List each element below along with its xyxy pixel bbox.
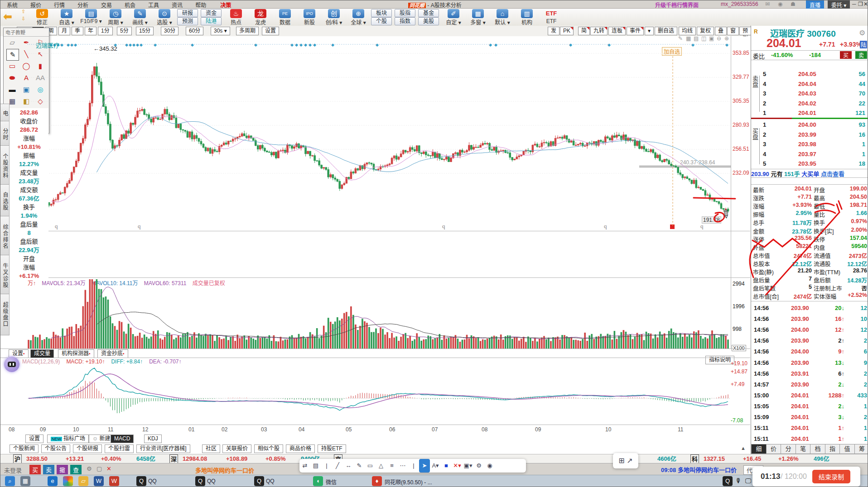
menu-item[interactable]: 行情 bbox=[48, 0, 71, 9]
taskview-icon[interactable]: ▦ bbox=[20, 476, 30, 486]
order-row[interactable]: 5204.0556 bbox=[751, 69, 868, 79]
panel-tab-值[interactable]: 值 bbox=[839, 444, 855, 454]
gear-icon[interactable]: ⚙ bbox=[87, 465, 92, 472]
tick-row[interactable]: 14:57203.902↓2 bbox=[751, 379, 868, 390]
toolbar-button-资金[interactable]: 资金 bbox=[201, 9, 222, 17]
chart-tool-tab-均线[interactable]: 均线 bbox=[679, 27, 696, 35]
period-tab-1分[interactable]: 1分 bbox=[98, 27, 113, 35]
menu-item[interactable]: 系统 bbox=[0, 0, 24, 9]
toolbar-button-新股[interactable]: IPO新股 bbox=[298, 9, 321, 25]
assistant-robot-icon[interactable] bbox=[4, 357, 19, 372]
word-icon[interactable]: W bbox=[94, 476, 104, 486]
order-row[interactable]: 5203.9518 bbox=[751, 159, 868, 168]
period-tab-60分[interactable]: 60分 bbox=[186, 27, 203, 35]
trade-button-查[interactable]: 查 bbox=[70, 465, 82, 474]
toolbar-button-指数[interactable]: 指数 bbox=[395, 17, 415, 25]
period-tab-30分[interactable]: 30分 bbox=[161, 27, 178, 35]
triangle-icon[interactable]: △ bbox=[376, 459, 386, 473]
menu-item[interactable]: 工具 bbox=[142, 0, 165, 9]
back-button[interactable]: ⬅ bbox=[3, 10, 12, 23]
sidebar-tab-超级盘口[interactable]: 超级盘口 bbox=[0, 294, 10, 335]
toolbar-button-自选[interactable]: ★自选 ▾ bbox=[55, 9, 78, 25]
bell-icon[interactable]: ◉ bbox=[778, 1, 782, 7]
order-row[interactable]: 2204.0222 bbox=[751, 99, 868, 108]
share-icon[interactable]: ↗ bbox=[627, 457, 632, 464]
weituo-button[interactable]: 委托 ▾ bbox=[828, 0, 850, 9]
menu-item[interactable]: 交易 bbox=[95, 0, 118, 9]
monitor-icon[interactable]: ▢ bbox=[96, 465, 102, 472]
order-row[interactable]: 4203.971 bbox=[751, 149, 868, 159]
mic-icon[interactable]: 🎙 bbox=[735, 477, 742, 484]
toolbar-button-热点[interactable]: ♨热点 bbox=[224, 9, 248, 25]
toolbar-button-陆港[interactable]: 陆港 bbox=[201, 17, 222, 25]
sell-button[interactable]: 卖 bbox=[855, 51, 867, 59]
rect-icon[interactable]: ▭ bbox=[365, 459, 376, 473]
quick-tab-连板[interactable]: 连板 bbox=[608, 27, 626, 35]
toolbar-button-研报[interactable]: 研报 bbox=[177, 9, 198, 17]
toolbar-button-画线[interactable]: ✎画线 ▾ bbox=[128, 9, 152, 25]
order-row[interactable]: 2203.9916 bbox=[751, 130, 868, 139]
menu-item[interactable]: 机会 bbox=[118, 0, 142, 9]
toolbar-button-多窗[interactable]: ▦多窗 ▾ bbox=[466, 9, 490, 25]
tick-row[interactable]: 15:11204.011↑1 bbox=[751, 423, 868, 434]
quick-tab-more[interactable]: ▾ bbox=[645, 27, 654, 35]
toolbar-button-板块[interactable]: 板块 bbox=[371, 9, 392, 17]
panel-tab-价[interactable]: 价 bbox=[766, 444, 781, 454]
tick-row[interactable]: 14:56204.009↑6 bbox=[751, 346, 868, 357]
eye-icon[interactable]: ◉ bbox=[484, 459, 495, 473]
palette-title[interactable]: 电子教鞭 bbox=[4, 28, 49, 37]
tick-row[interactable]: 14:56203.9013↓9 bbox=[751, 358, 868, 368]
trade-button-买[interactable]: 买 bbox=[29, 465, 41, 474]
stop-record-button[interactable]: 结束录制 bbox=[812, 470, 850, 483]
order-row[interactable]: 3204.0370 bbox=[751, 89, 868, 98]
sidebar-tab-分时[interactable]: 分时 bbox=[0, 121, 10, 148]
panel-tab-细[interactable]: 细 bbox=[751, 444, 767, 454]
period-tab-15分[interactable]: 15分 bbox=[136, 27, 154, 35]
order-row[interactable]: 3203.981 bbox=[751, 139, 868, 149]
live-button[interactable]: 直播 bbox=[806, 0, 824, 9]
menu-item[interactable]: 报价 bbox=[24, 0, 48, 9]
period-tab-季[interactable]: 季 bbox=[72, 27, 83, 35]
folder-icon[interactable]: ▱ bbox=[78, 476, 88, 486]
quick-tab-九转[interactable]: 九转 bbox=[590, 27, 608, 35]
trade-button-卖[interactable]: 卖 bbox=[43, 465, 54, 474]
minimize-button[interactable]: ─ bbox=[852, 1, 856, 7]
chart-tool-tab-窗[interactable]: 窗 bbox=[727, 27, 739, 35]
gift-icon[interactable]: ☗ bbox=[791, 1, 796, 7]
settings-icon[interactable]: ⚙ bbox=[473, 459, 484, 473]
close-button[interactable]: ✕ bbox=[863, 1, 868, 7]
quick-tab-事件[interactable]: 事件 bbox=[627, 27, 644, 35]
down-button[interactable]: ⇩ bbox=[21, 16, 25, 22]
order-row[interactable]: 4204.0444 bbox=[751, 79, 868, 89]
period-tab-年[interactable]: 年 bbox=[85, 27, 96, 35]
cursor-icon[interactable]: ➤ bbox=[419, 459, 430, 473]
toolbar-button-数据[interactable]: PE数据 bbox=[273, 9, 297, 25]
buy-button[interactable]: 买 bbox=[840, 51, 852, 59]
tick-row[interactable]: 14:56203.902↑2 bbox=[751, 335, 868, 346]
cast-icon[interactable]: 🖵 bbox=[745, 477, 752, 485]
order-row[interactable]: 1204.01121 bbox=[751, 108, 868, 118]
toolbar-button-自定[interactable]: ✐自定 ▾ bbox=[442, 9, 465, 25]
toolbar-button-默认[interactable]: ⌂默认 ▾ bbox=[491, 9, 514, 25]
qq-icon[interactable]: Q bbox=[254, 476, 264, 486]
toolbar-button-ETF[interactable]: ETFETF bbox=[540, 9, 563, 25]
panel-tab-档[interactable]: 档 bbox=[810, 444, 825, 454]
wps-icon[interactable]: W bbox=[109, 476, 119, 486]
mail-icon[interactable]: ✉ bbox=[765, 1, 770, 7]
toolbar-button-基金[interactable]: 基金 bbox=[418, 9, 439, 17]
period-tab-5分[interactable]: 5分 bbox=[117, 27, 132, 35]
panel-tab-指[interactable]: 指 bbox=[825, 444, 840, 454]
tick-row[interactable]: 14:56204.0012↑12 bbox=[751, 325, 868, 335]
upgrade-link[interactable]: 升级千档行情界面 bbox=[655, 1, 699, 9]
quick-tab-简[interactable]: 简 bbox=[578, 27, 590, 35]
toolbar-button-全球[interactable]: ⊕全球 ▾ bbox=[347, 9, 370, 25]
arrow-icon[interactable]: ↔ bbox=[343, 459, 354, 473]
period-tab-设置[interactable]: 设置 bbox=[262, 27, 279, 35]
tick-row[interactable]: 15:05204.012↓1 bbox=[751, 401, 868, 412]
color-swatch[interactable]: ■ bbox=[441, 459, 452, 473]
news-ticker[interactable]: 09:08 多地叫停网约车一口价 bbox=[661, 465, 737, 474]
order-row[interactable]: 1204.0093 bbox=[751, 120, 868, 129]
panel-tab-分[interactable]: 分 bbox=[781, 444, 796, 454]
board-icon[interactable]: ▤ bbox=[310, 459, 321, 473]
sidebar-tab-牛叉诊股[interactable]: 牛叉诊股 bbox=[0, 255, 10, 296]
